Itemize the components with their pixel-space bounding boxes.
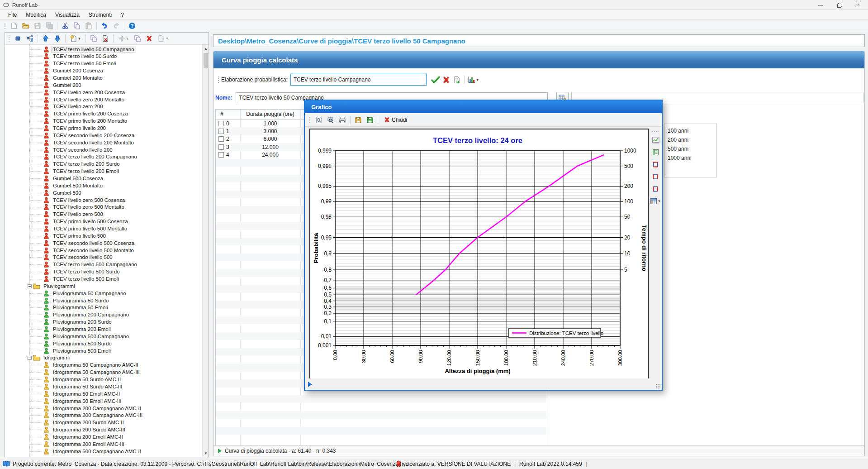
tree-item[interactable]: Gumbel 500 <box>5 189 202 196</box>
tree-item[interactable]: Idrogramma 200 Emoli AMC-III <box>5 440 202 448</box>
tree-item[interactable]: Idrogramma 200 Surdo AMC-II <box>5 419 202 426</box>
save-button[interactable] <box>32 21 43 31</box>
collapse-icon[interactable] <box>28 356 32 360</box>
scrollbar-thumb[interactable] <box>204 53 208 68</box>
duplicate-button[interactable] <box>88 34 99 43</box>
menu-modifica[interactable]: Modifica <box>21 10 51 19</box>
tree-item[interactable]: TCEV primo livello 500 Montalto <box>5 225 202 232</box>
return-period-item[interactable]: 500 anni <box>668 146 716 155</box>
help-button[interactable]: ? <box>127 21 138 31</box>
tree-item[interactable]: TCEV terzo livello 200 Surdo <box>5 160 202 168</box>
row-checkbox[interactable] <box>218 129 224 134</box>
tree-item[interactable]: TCEV terzo livello 500 Emoli <box>5 275 202 282</box>
menu-file[interactable]: File <box>4 10 21 19</box>
tree-item[interactable]: Gumbel 500 Cosenza <box>5 175 202 182</box>
tree-item[interactable]: Pluviogramma 500 Surdo <box>5 340 202 347</box>
grafico-title-bar[interactable]: Grafico <box>305 100 662 113</box>
menu-visualizza[interactable]: Visualizza <box>51 10 84 19</box>
save-image-button[interactable] <box>353 115 364 125</box>
tree-item[interactable]: TCEV primo livello 500 <box>5 232 202 239</box>
tree-item[interactable]: Pluviogramma 200 Emoli <box>5 325 202 333</box>
tree-item[interactable]: TCEV secondo livello 200 <box>5 146 202 153</box>
tree-item[interactable]: Idrogramma 50 Campagnano AMC-III <box>5 368 202 376</box>
remove-button[interactable] <box>144 34 155 43</box>
tree-item[interactable]: Idrogramma 200 Campagnano AMC-II <box>5 405 202 412</box>
save-data-button[interactable] <box>365 115 375 125</box>
cancel-button[interactable] <box>441 75 452 85</box>
return-period-item[interactable]: 100 anni <box>668 128 716 137</box>
tree-item[interactable]: Pluviogramma 500 Campagnano <box>5 333 202 340</box>
move-up-button[interactable] <box>40 34 51 43</box>
confirm-button[interactable] <box>430 75 441 85</box>
elaborazione-input[interactable] <box>290 74 427 86</box>
tree-item[interactable]: Idrogramma 50 Surdo AMC-III <box>5 383 202 390</box>
print-button[interactable] <box>337 115 348 125</box>
close-button[interactable]: Chiudi <box>380 115 410 125</box>
row-checkbox[interactable] <box>218 144 224 150</box>
tree-item[interactable]: TCEV livello zero 500 Cosenza <box>5 196 202 204</box>
chart-menu-button[interactable]: ▼ <box>466 75 481 85</box>
tree-scrollbar[interactable]: ▲ ▼ <box>202 45 209 457</box>
add-item-button[interactable]: ▼ <box>68 34 83 43</box>
tree-item[interactable]: Pluviogramma 500 Emoli <box>5 347 202 354</box>
tree-item[interactable]: Idrogramma 50 Surdo AMC-II <box>5 376 202 383</box>
print-preview-button[interactable] <box>313 115 324 125</box>
menu-[interactable]: ? <box>116 10 128 19</box>
tree-item[interactable]: TCEV livello zero 500 <box>5 211 202 218</box>
new-document-button[interactable] <box>9 21 19 31</box>
tree-item[interactable]: TCEV primo livello 500 Cosenza <box>5 218 202 225</box>
tree-item[interactable]: TCEV livello zero 200 <box>5 103 202 110</box>
table-button[interactable]: ▼ <box>650 196 661 206</box>
tree-item[interactable]: Idrogramma 50 Emoli AMC-II <box>5 390 202 397</box>
grid-horizontal-red-button[interactable] <box>650 159 661 169</box>
move-down-button[interactable] <box>52 34 63 43</box>
row-checkbox[interactable] <box>218 136 224 142</box>
scroll-down-icon[interactable]: ▼ <box>203 450 209 457</box>
tree-item[interactable]: Gumbel 200 <box>5 81 202 89</box>
restore-button[interactable] <box>830 0 849 10</box>
copy-button[interactable] <box>71 21 82 31</box>
tree-item[interactable]: Pluviogramma 50 Emoli <box>5 304 202 311</box>
tree-item[interactable]: Pluviogramma 50 Surdo <box>5 297 202 304</box>
grid-vertical-red-button[interactable] <box>650 184 661 194</box>
open-folder-button[interactable] <box>20 21 31 31</box>
tree-item[interactable]: TCEV terzo livello 50 Surdo <box>5 53 202 60</box>
export-button[interactable]: ▼ <box>156 34 171 43</box>
tree-item[interactable]: Idrogramma 500 Campagnano AMC-II <box>5 448 202 455</box>
cut-button[interactable] <box>60 21 71 31</box>
minimize-button[interactable] <box>811 0 830 10</box>
return-period-item[interactable]: 200 anni <box>668 137 716 146</box>
tree-item[interactable]: TCEV terzo livello 200 Emoli <box>5 168 202 175</box>
paste-button[interactable] <box>83 21 94 31</box>
tree-item[interactable]: TCEV secondo livello 500 Cosenza <box>5 239 202 247</box>
return-period-item[interactable]: 1000 anni <box>668 155 716 164</box>
hierarchy-button[interactable] <box>24 34 35 43</box>
copy-item-button[interactable] <box>132 34 143 43</box>
tree-item[interactable]: Idrogramma 50 Emoli AMC-III <box>5 397 202 405</box>
scroll-up-icon[interactable]: ▲ <box>203 45 209 52</box>
tree-item[interactable]: Idrogramma 200 Emoli AMC-II <box>5 433 202 440</box>
resize-grip[interactable] <box>655 383 661 389</box>
row-checkbox[interactable] <box>218 152 224 158</box>
delete-document-button[interactable] <box>100 34 111 43</box>
tree-item[interactable]: Idrogramma 50 Campagnano AMC-II <box>5 361 202 368</box>
properties-button[interactable] <box>13 34 24 43</box>
undo-button[interactable] <box>99 21 110 31</box>
tree-item[interactable]: TCEV livello zero 200 Montalto <box>5 96 202 103</box>
tree-item[interactable]: TCEV secondo livello 200 Cosenza <box>5 132 202 139</box>
export-report-button[interactable] <box>452 75 463 85</box>
tree-item[interactable]: Idrogrammi <box>5 354 202 361</box>
grid-vertical-blue-button[interactable] <box>650 172 661 182</box>
tree-item[interactable]: TCEV terzo livello 50 Campagnano <box>5 46 202 53</box>
print-setup-button[interactable] <box>325 115 336 125</box>
tree-item[interactable]: TCEV primo livello 200 <box>5 124 202 132</box>
tree-item[interactable]: Gumbel 200 Montalto <box>5 74 202 81</box>
tree-item[interactable]: TCEV terzo livello 500 Surdo <box>5 268 202 275</box>
close-button[interactable] <box>849 0 868 10</box>
menu-strumenti[interactable]: Strumenti <box>84 10 116 19</box>
add-plus-button[interactable]: ▼ <box>116 34 131 43</box>
chart-line-button[interactable] <box>650 135 661 145</box>
report-button[interactable] <box>650 147 661 157</box>
tree-item[interactable]: TCEV livello zero 200 Cosenza <box>5 89 202 96</box>
tree-item[interactable]: Pluviogrammi <box>5 282 202 290</box>
